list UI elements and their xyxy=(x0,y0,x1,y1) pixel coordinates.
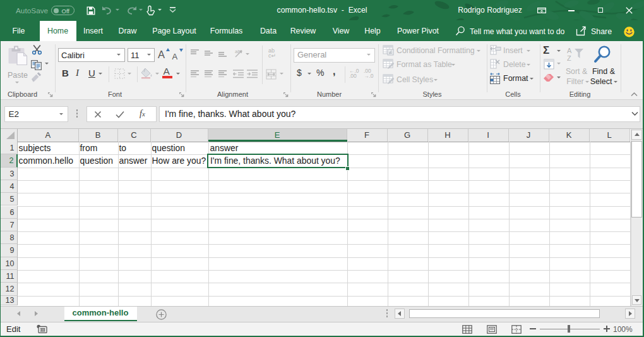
svg-text:ab: ab xyxy=(235,49,241,54)
svg-text:A: A xyxy=(567,47,572,54)
svg-text:Z: Z xyxy=(567,54,571,62)
